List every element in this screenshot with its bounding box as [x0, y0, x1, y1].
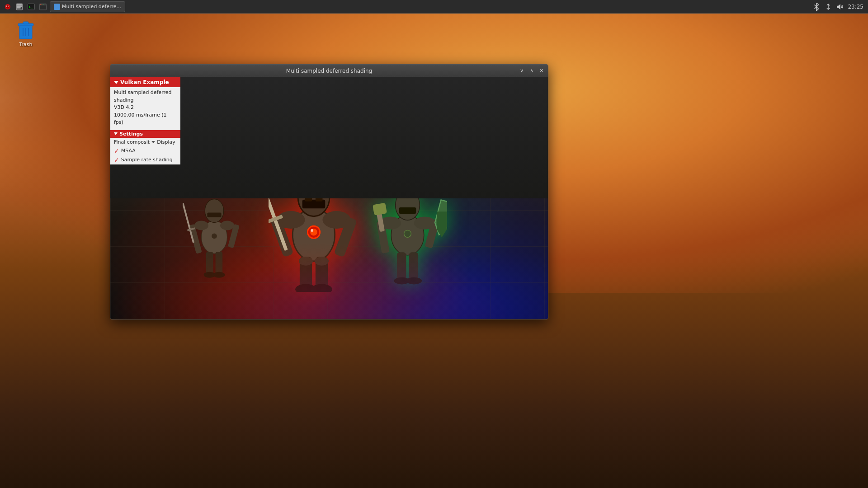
svg-rect-60: [399, 207, 416, 214]
final-composit-dropdown-icon: [151, 141, 155, 143]
window-icon[interactable]: [38, 2, 48, 12]
window-title: Multi sampled deferred shading: [286, 68, 372, 74]
svg-rect-7: [17, 7, 21, 8]
msaa-row[interactable]: ✓ MSAA: [110, 146, 180, 155]
svg-rect-65: [373, 203, 387, 216]
svg-rect-25: [207, 212, 221, 217]
msaa-label: MSAA: [121, 148, 136, 154]
svg-point-14: [43, 4, 44, 5]
sidebar-body: Multi sampled deferred shading V3D 4.2 1…: [110, 87, 180, 128]
svg-marker-16: [837, 4, 841, 9]
info-line-fps: 1000.00 ms/frame (1 fps): [114, 112, 177, 127]
settings-header: Settings: [110, 130, 180, 138]
sample-rate-row[interactable]: ✓ Sample rate shading: [110, 155, 180, 164]
knight-center: [269, 134, 359, 292]
clock: 23:25: [848, 4, 863, 10]
volume-icon[interactable]: [836, 3, 844, 11]
network-icon[interactable]: [824, 3, 832, 11]
trash-label: Trash: [19, 42, 32, 47]
settings-label: Settings: [119, 131, 143, 137]
svg-text:>_: >_: [29, 5, 33, 9]
triangle-icon: [114, 81, 118, 84]
svg-point-24: [205, 199, 224, 223]
trash-svg: [15, 19, 37, 41]
sample-rate-checkbox[interactable]: ✓: [114, 157, 119, 163]
svg-point-12: [40, 4, 41, 5]
scene-area: Vulkan Example Multi sampled deferred sh…: [110, 77, 548, 319]
desktop: >_ Multi sample: [0, 0, 868, 488]
taskbar: >_ Multi sample: [0, 0, 868, 14]
app-window: Multi sampled deferred shading ∨ ∧ ✕: [110, 64, 548, 319]
svg-point-1: [6, 5, 9, 9]
active-window-button[interactable]: Multi sampled deferre...: [50, 1, 125, 12]
svg-point-2: [6, 5, 7, 6]
sample-rate-label: Sample rate shading: [121, 157, 173, 163]
display-label: Display: [157, 139, 175, 145]
svg-rect-6: [17, 6, 22, 7]
trash-icon-desktop[interactable]: Trash: [10, 17, 42, 49]
svg-point-70: [406, 277, 422, 285]
svg-point-57: [315, 257, 329, 265]
svg-point-52: [311, 284, 332, 292]
final-composit-row[interactable]: Final composit Display: [110, 138, 180, 146]
files-icon[interactable]: [14, 2, 24, 12]
raspberry-pi-icon[interactable]: [3, 2, 13, 12]
svg-rect-15: [55, 5, 59, 9]
svg-rect-5: [17, 4, 22, 5]
knight-left: [183, 161, 246, 278]
svg-point-42: [309, 171, 318, 188]
svg-point-3: [8, 5, 9, 6]
msaa-checkbox[interactable]: ✓: [114, 148, 119, 154]
final-composit-label: Final composit: [114, 139, 150, 145]
svg-point-38: [298, 178, 330, 216]
bluetooth-icon[interactable]: [812, 3, 821, 11]
info-line-version: V3D 4.2: [114, 104, 177, 112]
close-button[interactable]: ✕: [537, 67, 546, 75]
svg-rect-40: [305, 197, 312, 202]
svg-point-59: [396, 190, 420, 220]
svg-rect-19: [23, 22, 28, 24]
sidebar-header: Vulkan Example: [110, 77, 180, 87]
sidebar-panel: Vulkan Example Multi sampled deferred sh…: [110, 77, 180, 164]
trash-icon-image: [15, 19, 37, 41]
taskbar-left: >_ Multi sample: [0, 1, 128, 12]
svg-rect-41: [316, 197, 323, 202]
sidebar-header-label: Vulkan Example: [120, 79, 169, 85]
taskbar-right: 23:25: [808, 3, 868, 11]
svg-point-26: [194, 221, 208, 230]
window-titlebar[interactable]: Multi sampled deferred shading ∨ ∧ ✕: [110, 65, 548, 77]
settings-triangle-icon: [114, 132, 118, 135]
maximize-button[interactable]: ∧: [527, 67, 536, 75]
svg-point-35: [213, 272, 225, 278]
svg-point-55: [311, 229, 313, 232]
svg-rect-29: [183, 203, 194, 243]
window-controls: ∨ ∧ ✕: [517, 67, 546, 75]
svg-point-13: [42, 4, 42, 5]
info-line-title: Multi sampled deferred shading: [114, 89, 177, 104]
svg-point-56: [299, 257, 313, 265]
svg-point-27: [220, 221, 234, 230]
minimize-button[interactable]: ∨: [517, 67, 526, 75]
window-button-icon: [54, 4, 60, 10]
knight-right: [368, 150, 447, 285]
window-button-label: Multi sampled deferre...: [62, 4, 121, 9]
svg-point-36: [212, 233, 217, 239]
svg-point-71: [404, 230, 411, 237]
window-content: Vulkan Example Multi sampled deferred sh…: [110, 77, 548, 319]
terminal-icon[interactable]: >_: [26, 2, 36, 12]
